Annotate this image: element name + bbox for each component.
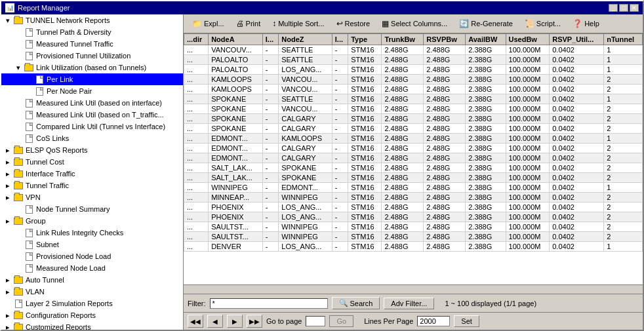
sidebar-item-interface-traffic[interactable]: ▸ Interface Traffic (1, 168, 183, 180)
expander-config-reports[interactable]: ▸ (3, 310, 13, 321)
table-row[interactable]: ...SPOKANE-CALGARY-STM162.488G2.488G2.38… (184, 114, 643, 124)
last-page-button[interactable]: ▶▶ (247, 315, 262, 328)
sidebar-item-vpn[interactable]: ▸ VPN (1, 191, 183, 203)
table-row[interactable]: ...DENVER-LOS_ANG...-STM162.488G2.488G2.… (184, 242, 643, 252)
sidebar-item-link-util-tunnels[interactable]: ▾ Link Utilization (based on Tunnels) (1, 62, 183, 73)
go-button[interactable]: Go (329, 315, 353, 327)
cell-nodeZ: SPOKANE (279, 173, 332, 183)
sidebar-item-provisioned-node-load[interactable]: Provisioned Node Load (1, 250, 183, 262)
table-row[interactable]: ...SAULTST...-WINNIPEG-STM162.488G2.488G… (184, 232, 643, 242)
col-header-rsvpBw[interactable]: RSVPBw (424, 34, 466, 45)
lines-per-page-input[interactable] (417, 316, 450, 326)
table-row[interactable]: ...SPOKANE-CALGARY-STM162.488G2.488G2.38… (184, 124, 643, 134)
print-button[interactable]: 🖨 Print (231, 17, 266, 30)
sidebar-item-tunnel-cost[interactable]: ▸ Tunnel Cost (1, 156, 183, 168)
script-button[interactable]: 📜 Script... (520, 17, 565, 30)
sidebar-item-node-tunnel-summary[interactable]: Node Tunnel Summary (1, 203, 183, 215)
col-header-ifZ[interactable]: I... (332, 34, 348, 45)
table-row[interactable]: ...EDMONT...-KAMLOOPS-STM162.488G2.488G2… (184, 134, 643, 144)
sidebar-item-tunnel-traffic[interactable]: ▸ Tunnel Traffic (1, 180, 183, 191)
search-button[interactable]: 🔍 Search (332, 297, 380, 309)
sidebar-item-group[interactable]: ▸ Group (1, 215, 183, 227)
col-header-trunkBw[interactable]: TrunkBw (382, 34, 424, 45)
expander-group[interactable]: ▸ (3, 216, 13, 226)
col-header-type[interactable]: Type (348, 34, 382, 45)
col-header-rsvpUtil[interactable]: RSVP_Util... (550, 34, 604, 45)
sidebar-item-customized-reports[interactable]: ▸ Customized Reports (1, 321, 183, 330)
col-header-dir[interactable]: ...dir (184, 34, 209, 45)
cell-dir: ... (184, 203, 209, 212)
sidebar-item-elsp-qos[interactable]: ▸ ELSP QoS Reports (1, 144, 183, 156)
table-row[interactable]: ...SPOKANE-SEATTLE-STM162.488G2.488G2.38… (184, 94, 643, 104)
maximize-button[interactable]: □ (619, 4, 628, 12)
expander-auto-tunnel[interactable]: ▸ (3, 275, 13, 285)
sidebar-item-cos-links[interactable]: CoS Links (1, 132, 183, 144)
cell-ifZ: - (332, 94, 348, 104)
sidebar-item-config-reports[interactable]: ▸ Configuration Reports (1, 309, 183, 321)
re-generate-button[interactable]: 🔄 Re-Generate (454, 17, 517, 30)
expander-elsp-qos[interactable]: ▸ (3, 145, 13, 155)
sidebar-item-subnet[interactable]: Subnet (1, 239, 183, 250)
next-page-button[interactable]: ▶ (227, 315, 243, 328)
col-header-nodeA[interactable]: NodeA (209, 34, 263, 45)
table-row[interactable]: ...PHOENIX-LOS_ANG...-STM162.488G2.488G2… (184, 212, 643, 222)
sidebar-item-provisioned-tunnel-util[interactable]: Provisioned Tunnel Utilization (1, 50, 183, 62)
cell-nodeZ: LOS_ANG... (279, 212, 332, 222)
table-row[interactable]: ...SALT_LAK...-SPOKANE-STM162.488G2.488G… (184, 173, 643, 183)
col-header-availBw[interactable]: AvailBW (466, 34, 506, 45)
table-row[interactable]: ...SALT_LAK...-SPOKANE-STM162.488G2.488G… (184, 163, 643, 173)
minimize-button[interactable]: _ (609, 4, 618, 12)
sidebar-item-compared-link-util[interactable]: Compared Link Util (Tunnel vs Interface) (1, 121, 183, 132)
table-row[interactable]: ...MINNEAP...-WINNIPEG-STM162.488G2.488G… (184, 193, 643, 203)
expander-interface-traffic[interactable]: ▸ (3, 168, 13, 179)
sidebar-item-link-rules[interactable]: Link Rules Integrity Checks (1, 227, 183, 239)
cell-rsvpUtil: 0.0402 (550, 85, 604, 94)
select-columns-button[interactable]: ▦ Select Columns... (377, 17, 452, 30)
expander-tunnel-cost[interactable]: ▸ (3, 157, 13, 167)
table-row[interactable]: ...VANCOUV...-SEATTLE-STM162.488G2.488G2… (184, 45, 643, 55)
filter-input[interactable] (210, 298, 328, 309)
col-header-usedBw[interactable]: UsedBw (506, 34, 550, 45)
help-button[interactable]: ❓ Help (568, 17, 604, 30)
multiple-sort-button[interactable]: ↕ Multiple Sort... (268, 17, 329, 30)
close-button[interactable]: ✕ (630, 4, 639, 12)
table-row[interactable]: ...KAMLOOPS-VANCOU...-STM162.488G2.488G2… (184, 75, 643, 85)
table-row[interactable]: ...PALOALTO-LOS_ANG...-STM162.488G2.488G… (184, 65, 643, 75)
set-button[interactable]: Set (454, 315, 479, 327)
table-row[interactable]: ...SPOKANE-VANCOU...-STM162.488G2.488G2.… (184, 104, 643, 114)
sidebar-item-measured-link-util-interface[interactable]: Measured Link Util (based on interface) (1, 97, 183, 109)
adv-filter-button[interactable]: Adv Filter... (384, 298, 434, 309)
table-row[interactable]: ...SAULTST...-WINNIPEG-STM162.488G2.488G… (184, 222, 643, 232)
expander-tunnel-traffic[interactable]: ▸ (3, 180, 13, 191)
table-row[interactable]: ...EDMONT...-CALGARY-STM162.488G2.488G2.… (184, 144, 643, 153)
sidebar-item-tunnel-path-diversity[interactable]: Tunnel Path & Diversity (1, 26, 183, 38)
sidebar-item-per-node-pair[interactable]: Per Node Pair (1, 85, 183, 97)
col-header-nTunnel[interactable]: nTunnel (604, 34, 643, 45)
sidebar-item-auto-tunnel[interactable]: ▸ Auto Tunnel (1, 274, 183, 286)
col-header-ifA[interactable]: I... (262, 34, 278, 45)
prev-page-button[interactable]: ◀ (207, 315, 223, 328)
sidebar-item-measured-tunnel-traffic[interactable]: Measured Tunnel Traffic (1, 38, 183, 50)
sidebar-item-measured-link-util-traffic[interactable]: Measured Link Util (based on T_traffic..… (1, 109, 183, 121)
first-page-button[interactable]: ◀◀ (188, 315, 203, 328)
expander-link-util[interactable]: ▾ (13, 62, 24, 73)
sidebar-item-measured-node-load[interactable]: Measured Node Load (1, 262, 183, 274)
expander-vpn[interactable]: ▸ (3, 192, 13, 203)
expander-customized-reports[interactable]: ▸ (3, 322, 13, 330)
table-row[interactable]: ...EDMONT...-CALGARY-STM162.488G2.488G2.… (184, 153, 643, 163)
sidebar-item-per-link[interactable]: Per Link (1, 73, 183, 85)
table-row[interactable]: ...KAMLOOPS-VANCOU...-STM162.488G2.488G2… (184, 85, 643, 94)
page-number-input[interactable] (306, 316, 325, 326)
restore-button[interactable]: ↩ Restore (332, 17, 375, 30)
sidebar-item-vlan[interactable]: ▸ VLAN (1, 286, 183, 298)
sidebar-item-layer2-sim[interactable]: Layer 2 Simulation Reports (1, 298, 183, 309)
table-row[interactable]: ...WINNIPEG-EDMONT...-STM162.488G2.488G2… (184, 183, 643, 193)
expander-tunnel-network-reports[interactable]: ▾ (3, 15, 13, 26)
sidebar-item-tunnel-network-reports[interactable]: ▾ TUNNEL Network Reports (1, 14, 183, 26)
horizontal-scrollbar[interactable] (184, 284, 643, 294)
expander-vlan[interactable]: ▸ (3, 286, 13, 297)
table-row[interactable]: ...PHOENIX-LOS_ANG...-STM162.488G2.488G2… (184, 203, 643, 212)
col-header-nodeZ[interactable]: NodeZ (279, 34, 332, 45)
explore-button[interactable]: 📁 Expl... (188, 17, 229, 30)
table-row[interactable]: ...PALOALTO-SEATTLE-STM162.488G2.488G2.3… (184, 55, 643, 65)
